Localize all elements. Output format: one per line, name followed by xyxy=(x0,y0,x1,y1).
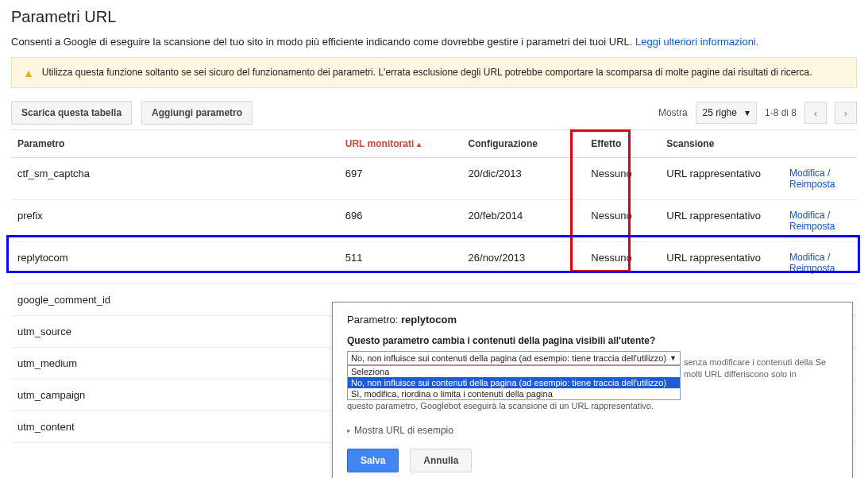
toolbar: Scarica questa tabella Aggiungi parametr… xyxy=(11,101,857,125)
reset-link[interactable]: Reimposta xyxy=(789,263,851,274)
col-scansione[interactable]: Scansione xyxy=(660,130,783,158)
show-label: Mostra xyxy=(658,107,688,118)
modal-title: Parametro: replytocom xyxy=(347,314,838,326)
table-row: ctf_sm_captcha 697 20/dic/2013 Nessuno U… xyxy=(11,158,857,200)
rows-per-page-select[interactable]: 25 righe ▾ xyxy=(696,102,757,124)
pager-prev-button[interactable]: ‹ xyxy=(804,102,827,124)
save-button[interactable]: Salva xyxy=(347,449,399,451)
warning-text: Utilizza questa funzione soltanto se sei… xyxy=(42,66,812,79)
show-example-urls-toggle[interactable]: ▸ Mostra URL di esempio xyxy=(347,425,838,436)
col-url-monitorati[interactable]: URL monitorati ▴ xyxy=(339,130,462,158)
reset-link[interactable]: Reimposta xyxy=(789,221,851,232)
dropdown-option[interactable]: Seleziona xyxy=(348,366,680,377)
help-under-text: questo parametro, Googlebot eseguirà la … xyxy=(347,400,838,412)
edit-link[interactable]: Modifica / xyxy=(789,168,851,179)
pager-range: 1-8 di 8 xyxy=(765,107,797,118)
dropdown-option[interactable]: Sì, modifica, riordina o limita i conten… xyxy=(348,388,680,399)
dropdown-option[interactable]: No, non influisce sui contenuti della pa… xyxy=(348,377,680,388)
effect-dropdown: Seleziona No, non influisce sui contenut… xyxy=(347,365,681,400)
sort-asc-icon: ▴ xyxy=(417,140,421,148)
modal-question: Questo parametro cambia i contenuti dell… xyxy=(347,335,838,346)
warning-icon: ▲ xyxy=(23,67,34,79)
page-title: Parametri URL xyxy=(11,8,857,26)
warning-banner: ▲ Utilizza questa funzione soltanto se s… xyxy=(11,57,857,88)
col-parametro[interactable]: Parametro xyxy=(11,130,339,158)
pager-next-button[interactable]: › xyxy=(835,102,857,124)
learn-more-link[interactable]: Leggi ulteriori informazioni. xyxy=(635,36,758,48)
edit-parameter-modal: Parametro: replytocom Questo parametro c… xyxy=(332,302,853,451)
chevron-down-icon: ▾ xyxy=(745,107,750,118)
edit-link[interactable]: Modifica / xyxy=(789,210,851,221)
chevron-down-icon: ▼ xyxy=(669,354,677,362)
page-subtitle: Consenti a Google di eseguire la scansio… xyxy=(11,36,857,48)
download-table-button[interactable]: Scarica questa tabella xyxy=(11,101,132,125)
table-row: replytocom 511 26/nov/2013 Nessuno URL r… xyxy=(11,242,857,284)
reset-link[interactable]: Reimposta xyxy=(789,179,851,190)
caret-right-icon: ▸ xyxy=(347,426,351,434)
col-effetto[interactable]: Effetto xyxy=(584,130,660,158)
help-side-text: senza modificare i contenuti della Se mo… xyxy=(684,357,843,381)
add-parameter-button[interactable]: Aggiungi parametro xyxy=(141,101,253,125)
table-row: prefix 696 20/feb/2014 Nessuno URL rappr… xyxy=(11,200,857,242)
edit-link[interactable]: Modifica / xyxy=(789,252,851,263)
effect-select[interactable]: No, non influisce sui contenuti della pa… xyxy=(347,351,681,365)
col-configurazione[interactable]: Configurazione xyxy=(462,130,585,158)
cancel-button[interactable]: Annulla xyxy=(410,449,472,451)
